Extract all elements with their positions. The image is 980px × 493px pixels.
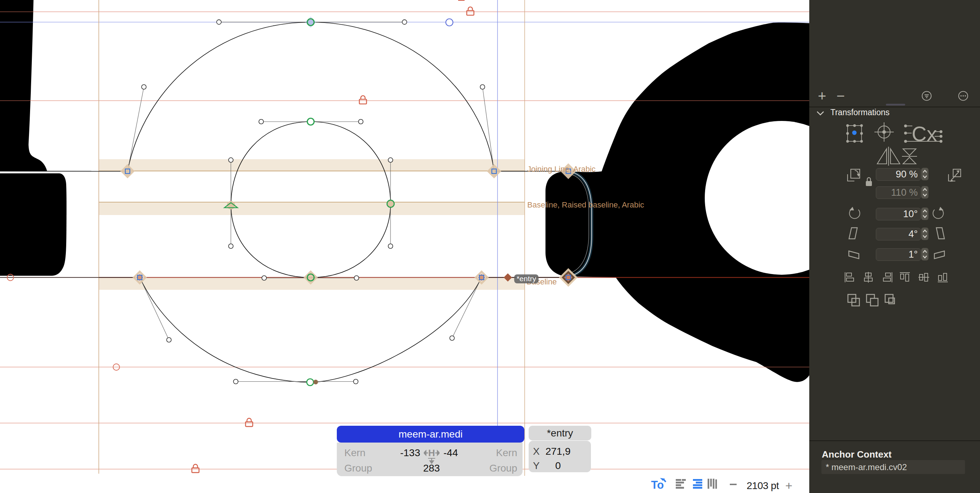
svg-text:*entry: *entry xyxy=(517,274,536,283)
svg-text:H: H xyxy=(428,448,435,458)
svg-text:Cx: Cx xyxy=(912,122,937,145)
svg-text:Joining Line, Arabic: Joining Line, Arabic xyxy=(527,165,596,173)
svg-text:Baseline, Raised baseline, Ara: Baseline, Raised baseline, Arabic xyxy=(527,200,644,209)
